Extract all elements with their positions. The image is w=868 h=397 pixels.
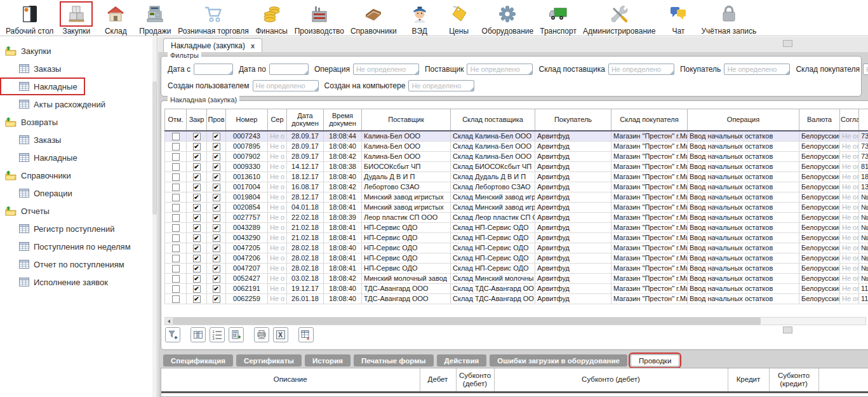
posted-checkbox[interactable]: ✔ xyxy=(213,245,220,252)
column-header[interactable]: Поставщик xyxy=(362,109,451,131)
close-icon[interactable]: x xyxy=(251,42,255,50)
sidebar-item-orders[interactable]: Заказы xyxy=(0,131,157,149)
closed-checkbox[interactable]: ✔ xyxy=(193,163,201,171)
sidebar-item-receipts-register[interactable]: Регистр поступлений xyxy=(0,220,157,238)
marked-checkbox[interactable] xyxy=(172,234,180,242)
column-header[interactable]: Дата докумен xyxy=(287,109,324,131)
marked-checkbox[interactable] xyxy=(172,275,180,283)
toolbar-item-finance[interactable]: Финансы xyxy=(252,1,291,36)
marked-checkbox[interactable] xyxy=(172,204,180,212)
column-header[interactable]: Согла xyxy=(840,109,859,131)
marked-checkbox[interactable] xyxy=(172,153,180,161)
posted-checkbox[interactable]: ✔ xyxy=(213,275,220,283)
sidebar-item-invoices[interactable]: Накладные xyxy=(0,149,157,166)
tab-history[interactable]: История xyxy=(305,354,351,367)
postings-column-header[interactable]: Субконто (дебет) xyxy=(456,368,494,392)
toolbar-item-prices[interactable]: Цены xyxy=(439,1,479,36)
toolbar-item-warehouse[interactable]: Склад xyxy=(96,1,135,36)
sidebar-scrollbar[interactable] xyxy=(152,37,157,397)
closed-checkbox[interactable]: ✔ xyxy=(193,194,201,201)
table-row[interactable]: ✔✔0020854Не о04.01.1818:08:41Минский зав… xyxy=(165,202,868,212)
filter-combo[interactable]: Не определено xyxy=(408,80,474,91)
posted-checkbox[interactable]: ✔ xyxy=(213,143,220,151)
closed-checkbox[interactable]: ✔ xyxy=(193,153,201,161)
column-header[interactable]: Валюта xyxy=(799,109,840,131)
closed-checkbox[interactable]: ✔ xyxy=(193,224,201,232)
closed-checkbox[interactable]: ✔ xyxy=(193,275,201,283)
posted-checkbox[interactable]: ✔ xyxy=(213,234,220,242)
filter-combo[interactable]: Не определено xyxy=(467,64,533,75)
closed-checkbox[interactable]: ✔ xyxy=(193,255,201,262)
closed-checkbox[interactable]: ✔ xyxy=(193,234,201,242)
table-row[interactable]: ✔✔0062191Не о19.12.1718:08:40ТДС-Авангар… xyxy=(165,283,868,293)
posted-checkbox[interactable]: ✔ xyxy=(213,265,220,273)
posted-checkbox[interactable]: ✔ xyxy=(213,285,220,293)
filter-combo[interactable]: Не определено xyxy=(353,64,419,75)
marked-checkbox[interactable] xyxy=(172,173,180,181)
posted-checkbox[interactable]: ✔ xyxy=(213,224,220,232)
tab-equipment-load-errors[interactable]: Ошибки загрузки в оборудование xyxy=(490,354,627,367)
closed-checkbox[interactable]: ✔ xyxy=(193,295,201,303)
table-row[interactable]: ✔✔0043290Не о21.02.1818:08:41НП-Сервис О… xyxy=(165,232,868,243)
posted-checkbox[interactable]: ✔ xyxy=(213,133,220,140)
tab-postings[interactable]: Проводки xyxy=(631,354,679,367)
table-row[interactable]: ✔✔0052427Не о03.02.1818:08:42Минский мол… xyxy=(165,273,868,283)
sidebar-item-discrepancy-acts[interactable]: Акты расхождений xyxy=(0,95,157,113)
table-row[interactable]: ✔✔0047205Не о28.02.1818:08:40НП-Сервис О… xyxy=(165,243,868,253)
closed-checkbox[interactable]: ✔ xyxy=(193,173,201,181)
sidebar-item-weekly-receipts[interactable]: Поступления по неделям xyxy=(0,238,157,255)
posted-checkbox[interactable]: ✔ xyxy=(213,204,220,212)
toolbar-item-production[interactable]: Производство xyxy=(291,1,347,36)
column-chooser-button[interactable] xyxy=(190,327,206,342)
marked-checkbox[interactable] xyxy=(172,143,180,151)
numbered-list-button[interactable]: 123 xyxy=(210,327,225,342)
postings-column-header[interactable]: Дебет xyxy=(420,368,456,392)
column-header[interactable]: Сер xyxy=(268,109,287,131)
toolbar-item-chat[interactable]: Чат xyxy=(658,1,698,36)
marked-checkbox[interactable] xyxy=(172,184,180,191)
closed-checkbox[interactable]: ✔ xyxy=(193,245,201,252)
posted-checkbox[interactable]: ✔ xyxy=(213,153,220,161)
sidebar-item-invoices[interactable]: Накладные xyxy=(0,77,85,95)
toolbar-item-account[interactable]: Учётная запись xyxy=(698,1,759,36)
closed-checkbox[interactable]: ✔ xyxy=(193,143,201,151)
column-header[interactable]: Склад поставщика xyxy=(451,109,535,131)
sidebar-group-references[interactable]: Справочники xyxy=(0,166,157,184)
table-row[interactable]: ✔✔0027757Не о22.02.1818:08:39Леор пласти… xyxy=(165,212,868,222)
table-row[interactable]: ✔✔0009330Не о14.12.1718:08:38БИОСОКсбыт … xyxy=(165,161,868,172)
marked-checkbox[interactable] xyxy=(172,224,180,232)
horizontal-scrollbar[interactable] xyxy=(164,317,866,325)
closed-checkbox[interactable]: ✔ xyxy=(193,285,201,293)
posted-checkbox[interactable]: ✔ xyxy=(213,255,220,262)
table-row[interactable]: ✔✔0007243Не о28.09.1718:08:44Калина-Бел … xyxy=(165,131,868,142)
sidebar-item-requests-execution[interactable]: Исполнение заявок xyxy=(0,273,157,291)
filter-date-input[interactable] xyxy=(269,64,309,75)
toolbar-item-administration[interactable]: Администрирование xyxy=(580,1,658,36)
table-row[interactable]: ✔✔0043289Не о21.02.1818:08:41НП-Сервис О… xyxy=(165,222,868,232)
table-row[interactable]: ✔✔0013610Не о18.12.1718:08:40Дудаль Д В … xyxy=(165,172,868,182)
closed-checkbox[interactable]: ✔ xyxy=(193,133,201,140)
table-row[interactable]: ✔✔0062259Не о26.01.1818:08:40ТДС-Авангар… xyxy=(165,293,868,304)
tab-certificates[interactable]: Сертификаты xyxy=(236,354,302,367)
toolbar-item-retail[interactable]: Розничная торговля xyxy=(175,1,251,36)
table-remove-button[interactable]: x xyxy=(298,327,314,342)
filter-combo[interactable]: Не определено xyxy=(253,80,319,91)
marked-checkbox[interactable] xyxy=(172,285,180,293)
marked-checkbox[interactable] xyxy=(172,255,180,262)
filter-date-input[interactable] xyxy=(194,64,233,75)
marked-checkbox[interactable] xyxy=(172,265,180,273)
sidebar-group-reports[interactable]: Отчеты xyxy=(0,202,157,220)
marked-checkbox[interactable] xyxy=(172,133,180,140)
closed-checkbox[interactable]: ✔ xyxy=(193,265,201,273)
posted-checkbox[interactable]: ✔ xyxy=(213,163,220,171)
marked-checkbox[interactable] xyxy=(172,194,180,201)
posted-checkbox[interactable]: ✔ xyxy=(213,184,220,191)
column-header[interactable]: Закр xyxy=(187,109,207,131)
filter-combo[interactable]: Не определено xyxy=(608,64,674,75)
table-row[interactable]: ✔✔0019804Не о28.12.1718:08:41Минский зав… xyxy=(165,192,868,202)
tab-specification[interactable]: Спецификация xyxy=(163,354,233,367)
posted-checkbox[interactable]: ✔ xyxy=(213,214,220,222)
column-header[interactable]: Операция xyxy=(688,109,799,131)
table-row[interactable]: ✔✔0047207Не о28.02.1818:08:41НП-Сервис О… xyxy=(165,263,868,273)
splitter-grip-top[interactable] xyxy=(783,40,792,47)
